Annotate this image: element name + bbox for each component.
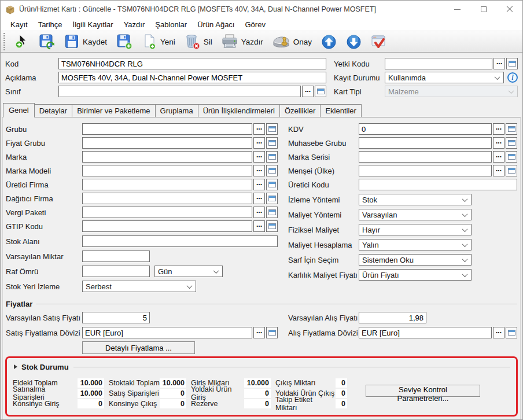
new-page-icon [142, 34, 157, 50]
raf-omru-birim-select[interactable]: Gün [154, 266, 223, 277]
save-add-button[interactable] [112, 32, 137, 51]
lookup-window-button[interactable] [506, 137, 517, 149]
lookup-window-button[interactable] [266, 193, 278, 204]
kayit-durumu-select[interactable]: Kullanımda [385, 72, 504, 83]
lookup-window-button[interactable] [266, 165, 278, 176]
save-refresh-button[interactable] [34, 32, 60, 51]
menu-yazdir[interactable]: Yazdır [119, 19, 150, 30]
marka-modeli-input[interactable] [82, 165, 252, 176]
lookup-window-button[interactable] [506, 123, 517, 135]
lookup-ellipsis-button[interactable]: ... [253, 123, 265, 135]
lookup-window-button[interactable] [506, 151, 517, 163]
lookup-ellipsis-button[interactable]: ... [493, 137, 504, 149]
minimize-button[interactable] [444, 1, 470, 18]
grubu-input[interactable] [82, 123, 252, 135]
lookup-window-button[interactable] [506, 327, 517, 338]
kdv-input[interactable] [359, 123, 492, 135]
uretici-kodu-input[interactable] [359, 179, 517, 190]
maximize-button[interactable] [470, 1, 496, 18]
stok-alani-input[interactable] [82, 235, 278, 247]
approve-button[interactable]: Onay [268, 32, 316, 51]
lookup-window-button[interactable] [266, 151, 278, 163]
stok-yeri-izleme-select[interactable]: Serbest [82, 281, 196, 292]
menu-kayit[interactable]: Kayıt [5, 19, 33, 30]
sinif-input[interactable] [58, 86, 301, 97]
lookup-ellipsis-button[interactable]: ... [253, 193, 265, 204]
lookup-ellipsis-button[interactable]: ... [253, 179, 265, 190]
tab-gruplama[interactable]: Gruplama [156, 104, 198, 117]
fiyat-grubu-input[interactable] [82, 137, 252, 149]
satis-fiyatlama-dovizi-input[interactable] [82, 327, 252, 338]
raf-omru-input[interactable] [82, 266, 150, 277]
menu-gorev[interactable]: Görev [240, 19, 271, 30]
print-button[interactable]: Yazdır [217, 32, 268, 51]
maliyet-hesaplama-select[interactable]: Yalın [359, 239, 472, 250]
yetki-kodu-input[interactable] [385, 58, 492, 69]
lookup-ellipsis-button[interactable]: ... [253, 207, 265, 218]
varsayilan-satis-fiyati-input[interactable] [82, 312, 150, 323]
dagitici-firma-input[interactable] [82, 193, 252, 204]
tab-detaylar[interactable]: Detaylar [35, 104, 72, 117]
close-button[interactable] [496, 1, 522, 18]
muhasebe-grubu-input[interactable] [359, 137, 492, 149]
tab-urun-iliskilendirmeleri[interactable]: Ürün İlişkilendirmeleri [198, 104, 280, 117]
marka-serisi-input[interactable] [359, 151, 492, 163]
nav-down-button[interactable] [341, 32, 366, 51]
lookup-window-button[interactable] [266, 207, 278, 218]
lookup-ellipsis-button[interactable]: ... [253, 137, 265, 149]
tab-ozellikler[interactable]: Özellikler [280, 104, 321, 117]
lookup-ellipsis-button[interactable]: ... [253, 151, 265, 163]
lookup-window-button[interactable] [266, 137, 278, 149]
info-icon[interactable]: i [507, 72, 518, 83]
sinif-lookup-button[interactable]: ... [302, 86, 314, 97]
lookup-window-button[interactable] [506, 165, 517, 176]
fiziksel-maliyet-select[interactable]: Hayır [359, 224, 472, 235]
lookup-ellipsis-button[interactable]: ... [253, 220, 265, 232]
seviye-kontrol-parametreleri-button[interactable]: Seviye Kontrol Parametreleri... [366, 385, 480, 397]
kod-input[interactable] [58, 58, 326, 69]
lookup-ellipsis-button[interactable]: ... [493, 327, 504, 338]
toolbar-grip[interactable] [3, 33, 5, 50]
lookup-window-button[interactable] [266, 179, 278, 190]
new-button[interactable]: Yeni [137, 32, 180, 51]
tab-birimler-ve-paketleme[interactable]: Birimler ve Paketleme [72, 104, 155, 117]
karlilik-maliyet-fiyati-select[interactable]: Ürün Fiyatı [359, 269, 472, 281]
alis-fiyatlama-dovizi-input[interactable] [359, 327, 492, 338]
lookup-window-button[interactable] [266, 327, 278, 338]
delete-button[interactable]: Sil [180, 32, 217, 51]
menu-ilgili-kayitlar[interactable]: İlgili Kayıtlar [68, 19, 119, 30]
tab-eklentiler[interactable]: Eklentiler [321, 104, 361, 117]
lookup-ellipsis-button[interactable]: ... [253, 327, 265, 338]
save-button[interactable]: Kaydet [60, 32, 112, 51]
menu-urun-agaci[interactable]: Ürün Ağacı [192, 19, 240, 30]
maliyet-yontemi-select[interactable]: Varsayılan [359, 209, 472, 220]
mensei-ulke-input[interactable] [359, 165, 492, 176]
marka-input[interactable] [82, 151, 252, 163]
menu-sablonlar[interactable]: Şablonlar [150, 19, 192, 30]
gtip-kodu-input[interactable] [82, 220, 252, 232]
varsayilan-miktar-input[interactable] [82, 250, 150, 262]
varsayilan-alis-fiyati-input[interactable] [359, 312, 426, 323]
lookup-ellipsis-button[interactable]: ... [253, 165, 265, 176]
detayli-fiyatlama-button[interactable]: Detaylı Fiyatlama ... [82, 341, 195, 354]
lookup-ellipsis-button[interactable]: ... [493, 123, 504, 135]
confirm-button[interactable] [366, 32, 393, 51]
yetki-window-button[interactable] [506, 58, 518, 69]
aciklama-input[interactable] [58, 72, 326, 83]
menu-tarihce[interactable]: Tarihçe [33, 19, 68, 30]
field-label: Marka Modeli [6, 167, 82, 175]
lookup-window-button[interactable] [266, 220, 278, 232]
stok-durumu-header[interactable]: Stok Durumu [13, 362, 510, 372]
pointer-add-button[interactable] [10, 32, 34, 51]
tab-genel[interactable]: Genel [3, 103, 35, 117]
izleme-yontemi-select[interactable]: Stok [359, 194, 472, 205]
lookup-ellipsis-button[interactable]: ... [493, 165, 504, 176]
sarf-icin-secim-select[interactable]: Sistemden Oku [359, 254, 472, 266]
lookup-ellipsis-button[interactable]: ... [493, 151, 504, 163]
lookup-window-button[interactable] [266, 123, 278, 135]
vergi-paketi-input[interactable] [82, 207, 252, 218]
sinif-window-button[interactable] [315, 86, 326, 97]
nav-up-button[interactable] [316, 32, 341, 51]
yetki-lookup-button[interactable]: ... [493, 58, 505, 69]
uretici-firma-input[interactable] [82, 179, 252, 190]
